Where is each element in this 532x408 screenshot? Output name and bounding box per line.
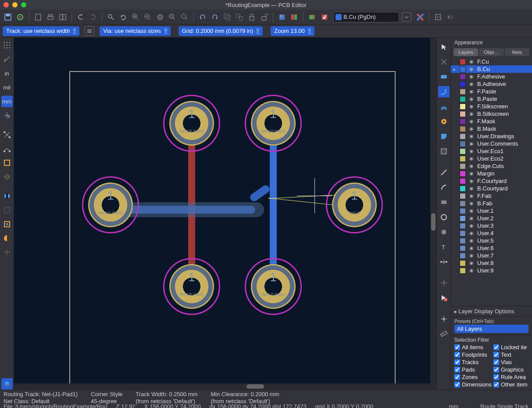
footprint-browser-button[interactable]: [289, 12, 300, 22]
layer-row[interactable]: ◉User.1: [451, 207, 532, 215]
save-button[interactable]: [3, 12, 13, 22]
filter-zones[interactable]: Zones: [454, 374, 492, 380]
print-button[interactable]: [45, 12, 56, 22]
layers-manager-button[interactable]: [1, 378, 13, 390]
layer-row[interactable]: ◉F.Mask: [451, 118, 532, 125]
visibility-icon[interactable]: ◉: [468, 163, 475, 169]
layer-row[interactable]: ◉User.6: [451, 244, 532, 252]
visibility-icon[interactable]: ◉: [468, 141, 475, 147]
visibility-icon[interactable]: ◉: [468, 208, 475, 214]
close-window-button[interactable]: [4, 2, 9, 7]
filter-checkbox[interactable]: [493, 359, 499, 365]
track-width-auto-button[interactable]: [85, 26, 94, 36]
visibility-icon[interactable]: ◉: [468, 111, 475, 117]
layer-row[interactable]: ◉B.Courtyard: [451, 185, 532, 192]
layer-row[interactable]: ◉Edge.Cuts: [451, 162, 532, 170]
visibility-icon[interactable]: ◉: [468, 104, 475, 110]
place-text-button[interactable]: T: [438, 241, 450, 253]
outline-pad-button[interactable]: [1, 171, 13, 183]
filter-tracks[interactable]: Tracks: [454, 359, 492, 365]
layer-row[interactable]: ◉User.Drawings: [451, 132, 532, 140]
visibility-icon[interactable]: ◉: [468, 186, 475, 192]
filter-checkbox[interactable]: [493, 367, 499, 372]
net-highlight-button[interactable]: [1, 247, 13, 258]
cursor-shape-button[interactable]: [1, 110, 13, 121]
draw-arc-button[interactable]: [438, 182, 450, 193]
zoom-fit-button[interactable]: [155, 12, 165, 22]
presets-selector[interactable]: All Layers: [454, 325, 528, 333]
measure-button[interactable]: [438, 328, 450, 340]
footprint-editor-button[interactable]: [277, 12, 287, 22]
visibility-icon[interactable]: ◉: [468, 200, 475, 207]
pad[interactable]: 1Net (J3 Pad1): [245, 95, 302, 152]
zoom-selector[interactable]: Zoom 13.00: [271, 26, 314, 36]
pad[interactable]: 1Net (J3 Pad1): [245, 258, 302, 315]
layer-pair-button[interactable]: [415, 12, 425, 22]
visibility-icon[interactable]: ◉: [468, 148, 475, 154]
visibility-icon[interactable]: ◉: [468, 66, 475, 72]
filter-checkbox[interactable]: [454, 382, 460, 387]
rotate-ccw-button[interactable]: [197, 12, 208, 22]
show-tracks-button[interactable]: [1, 218, 13, 230]
draw-polygon-button[interactable]: [438, 226, 450, 238]
draw-rect-button[interactable]: [438, 197, 450, 208]
unlock-button[interactable]: [259, 12, 269, 22]
redo-button[interactable]: [88, 12, 98, 22]
zoom-selection-button[interactable]: [167, 12, 178, 22]
contrast-mode-button[interactable]: [1, 233, 13, 244]
route-diff-pair-button[interactable]: [438, 101, 450, 112]
layer-row[interactable]: ◉User.Eco1: [451, 147, 532, 155]
highlight-net-button[interactable]: [438, 56, 450, 68]
visibility-icon[interactable]: ◉: [468, 156, 475, 162]
visibility-icon[interactable]: ◉: [468, 96, 475, 102]
zoom-window-button[interactable]: [21, 2, 26, 7]
visibility-icon[interactable]: ◉: [468, 118, 475, 125]
layer-display-options[interactable]: ▸ Layer Display Options: [451, 306, 532, 316]
filter-checkbox[interactable]: [493, 382, 499, 387]
group-button[interactable]: [222, 12, 232, 22]
track-width-selector[interactable]: Track: use netclass width: [3, 26, 79, 36]
visibility-icon[interactable]: ◉: [468, 230, 475, 236]
pad[interactable]: 1Net (J5 Pad1): [163, 95, 220, 152]
layer-row[interactable]: ◉User.8: [451, 259, 532, 267]
minimize-window-button[interactable]: [12, 2, 18, 7]
layer-row[interactable]: ◉User.5: [451, 237, 532, 244]
filter-checkbox[interactable]: [493, 352, 499, 358]
place-footprint-button[interactable]: [438, 71, 450, 82]
filter-text[interactable]: Text: [493, 351, 528, 358]
visibility-icon[interactable]: ◉: [468, 253, 475, 259]
layer-row[interactable]: ◉F.Silkscreen: [451, 103, 532, 110]
grid-toggle-button[interactable]: [1, 39, 13, 51]
visibility-icon[interactable]: ◉: [468, 81, 475, 87]
filter-checkbox[interactable]: [493, 374, 499, 380]
delete-button[interactable]: [438, 292, 450, 304]
tab-layers[interactable]: Layers: [453, 48, 478, 56]
visibility-icon[interactable]: ◉: [468, 89, 475, 95]
visibility-icon[interactable]: ◉: [468, 126, 475, 132]
scripting-button[interactable]: [433, 12, 443, 22]
filter-checkbox[interactable]: [454, 344, 460, 350]
grid-selector[interactable]: Grid: 0.2000 mm (0.0079 in): [179, 26, 263, 36]
layer-row[interactable]: ◉F.Courtyard: [451, 177, 532, 185]
visibility-icon[interactable]: ◉: [468, 245, 475, 251]
visibility-icon[interactable]: ◉: [468, 268, 475, 274]
console-button[interactable]: [445, 12, 456, 22]
filter-locked-ite[interactable]: Locked ite: [493, 344, 528, 351]
place-zone-button[interactable]: [438, 131, 450, 142]
tab-nets[interactable]: Nets: [505, 48, 529, 56]
filter-checkbox[interactable]: [493, 344, 499, 350]
zoom-tool-button[interactable]: [179, 12, 190, 22]
draw-line-button[interactable]: [438, 167, 450, 178]
layer-row[interactable]: ◉User.3: [451, 222, 532, 229]
rotate-cw-button[interactable]: [210, 12, 220, 22]
filter-footprints[interactable]: Footprints: [454, 351, 492, 358]
set-origin-button[interactable]: [438, 313, 450, 325]
lock-button[interactable]: [246, 12, 257, 22]
update-pcb-button[interactable]: [307, 12, 318, 22]
polar-coords-button[interactable]: [1, 54, 13, 65]
visibility-icon[interactable]: ◉: [468, 59, 475, 65]
draw-circle-button[interactable]: [438, 211, 450, 223]
show-vias-button[interactable]: [1, 204, 13, 216]
board-setup-button[interactable]: [15, 12, 25, 22]
filter-all-items[interactable]: All items: [454, 344, 492, 351]
